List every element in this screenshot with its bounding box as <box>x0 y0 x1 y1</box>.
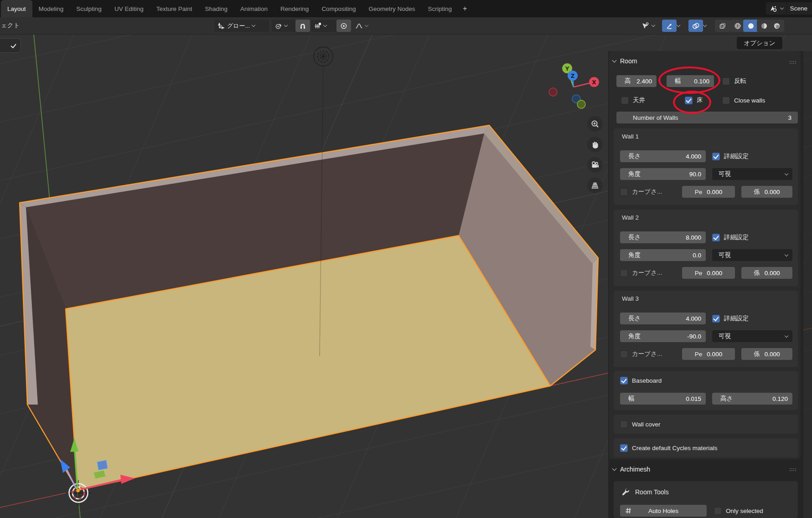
wall2-length-field[interactable]: 長さ 8.000 <box>620 231 706 243</box>
tab-shading[interactable]: Shading <box>198 0 234 17</box>
shading-rendered-button[interactable] <box>770 20 784 32</box>
wall1-pe-field[interactable]: Pe 0.000 <box>682 186 735 198</box>
wall-cover-checkbox[interactable] <box>620 421 628 428</box>
active-tool-button[interactable] <box>0 38 21 53</box>
snap-target-dropdown[interactable] <box>311 20 336 32</box>
add-workspace-button[interactable]: + <box>458 0 471 17</box>
wall3-length-field[interactable]: 長さ 4.000 <box>620 313 706 324</box>
tab-uv-editing[interactable]: UV Editing <box>108 0 150 17</box>
snap-toggle-button[interactable] <box>295 20 310 32</box>
close-walls-checkbox[interactable] <box>722 97 730 104</box>
wall1-factor-field[interactable]: 係 0.000 <box>741 186 792 198</box>
wall3-advanced-checkbox[interactable] <box>712 315 720 323</box>
create-materials-checkbox[interactable] <box>620 444 628 452</box>
dropdown-value: 可視 <box>719 251 731 259</box>
sidebar-scroll-gutter[interactable] <box>803 51 812 518</box>
mode-text-truncated[interactable]: ェクト <box>1 21 20 30</box>
camera-view-button[interactable] <box>587 157 603 173</box>
wall-cover-checkbox-row[interactable]: Wall cover <box>620 418 661 430</box>
only-selected-checkbox-row[interactable]: Only selected <box>714 505 763 517</box>
chevron-down-icon <box>365 23 368 27</box>
wall3-visibility-dropdown[interactable]: 可視 <box>712 330 792 342</box>
auto-holes-button[interactable]: Auto Holes <box>620 505 707 517</box>
proportional-editing-toggle[interactable] <box>336 20 351 32</box>
wall1-visibility-dropdown[interactable]: 可視 <box>712 168 792 180</box>
field-label: 係 <box>754 269 760 277</box>
gizmo-arrow-icon <box>666 22 673 30</box>
tab-texture-paint[interactable]: Texture Paint <box>150 0 199 17</box>
svg-text:Z: Z <box>571 73 575 79</box>
wall1-curve-checkbox-row[interactable]: カーブさ... <box>620 186 662 198</box>
divider <box>786 2 787 15</box>
room-panel-header[interactable]: Room <box>613 57 637 65</box>
baseboard-checkbox[interactable] <box>620 377 628 385</box>
checkbox-label: Only selected <box>726 508 763 514</box>
tab-rendering[interactable]: Rendering <box>274 0 315 17</box>
baseboard-width-field[interactable]: 幅 0.015 <box>620 393 706 405</box>
xray-toggle[interactable] <box>715 20 730 32</box>
zoom-button[interactable] <box>587 116 603 132</box>
gizmos-dropdown[interactable] <box>674 20 690 32</box>
ceiling-checkbox[interactable] <box>621 97 629 104</box>
wall1-length-field[interactable]: 長さ 4.000 <box>620 150 706 162</box>
grid-view-button[interactable] <box>587 178 603 193</box>
show-gizmo-dropdown[interactable] <box>638 20 665 32</box>
field-value: 0.015 <box>686 395 701 402</box>
gizmo-plane-blue[interactable] <box>97 460 108 470</box>
baseboard-section: Baseboard 幅 0.015 高さ 0.120 <box>614 371 798 410</box>
field-value: 0.000 <box>765 189 780 195</box>
tab-layout[interactable]: Layout <box>1 0 32 17</box>
archimesh-panel-header[interactable]: Archimesh <box>613 466 650 473</box>
flip-checkbox[interactable] <box>722 77 730 85</box>
tab-sculpting[interactable]: Sculpting <box>70 0 108 17</box>
only-selected-checkbox[interactable] <box>714 507 722 515</box>
wall2-curve-checkbox[interactable] <box>620 269 628 277</box>
wall2-angle-field[interactable]: 角度 0.0 <box>620 249 706 261</box>
wall2-pe-field[interactable]: Pe 0.000 <box>682 267 735 279</box>
pivot-point-dropdown[interactable] <box>272 20 298 32</box>
wall3-angle-field[interactable]: 角度 -90.0 <box>620 330 706 342</box>
room-height-field[interactable]: 高 2.400 <box>616 75 657 87</box>
baseboard-checkbox-row[interactable]: Baseboard <box>620 374 662 386</box>
tab-animation[interactable]: Animation <box>234 0 274 17</box>
panel-drag-grip[interactable] <box>790 61 797 65</box>
wall1-angle-field[interactable]: 角度 90.0 <box>620 168 706 180</box>
wall1-advanced-checkbox-row[interactable]: 詳細設定 <box>712 150 749 162</box>
hand-icon <box>590 140 600 149</box>
tab-modeling[interactable]: Modeling <box>32 0 70 17</box>
pan-button[interactable] <box>587 137 603 152</box>
tab-geometry-nodes[interactable]: Geometry Nodes <box>362 0 421 17</box>
proportional-falloff-dropdown[interactable] <box>352 20 377 32</box>
wall3-factor-field[interactable]: 係 0.000 <box>741 348 792 360</box>
wall3-pe-field[interactable]: Pe 0.000 <box>682 348 735 360</box>
options-button[interactable]: オプション <box>737 37 782 49</box>
baseboard-height-field[interactable]: 高さ 0.120 <box>712 393 792 405</box>
axis-ball-x-neg[interactable] <box>549 88 557 96</box>
wall2-curve-checkbox-row[interactable]: カーブさ... <box>620 267 662 279</box>
create-materials-checkbox-row[interactable]: Create default Cycles materials <box>620 442 718 454</box>
ceiling-checkbox-row[interactable]: 天井 <box>621 94 645 106</box>
wall1-advanced-checkbox[interactable] <box>712 153 720 160</box>
panel-drag-grip[interactable] <box>790 468 797 472</box>
wall2-visibility-dropdown[interactable]: 可視 <box>712 249 792 261</box>
overlays-dropdown[interactable] <box>700 20 717 32</box>
wall3-curve-checkbox[interactable] <box>620 350 628 358</box>
wall2-advanced-checkbox[interactable] <box>712 234 720 241</box>
transform-orientation-dropdown[interactable]: グロー... <box>214 20 269 32</box>
wall3-advanced-checkbox-row[interactable]: 詳細設定 <box>712 313 749 324</box>
checkbox-label: Create default Cycles materials <box>632 445 718 451</box>
wall3-curve-checkbox-row[interactable]: カーブさ... <box>620 348 662 360</box>
close-walls-checkbox-row[interactable]: Close walls <box>722 94 765 106</box>
shading-solid-button[interactable] <box>743 20 759 32</box>
wall1-curve-checkbox[interactable] <box>620 188 628 196</box>
tab-compositing[interactable]: Compositing <box>315 0 362 17</box>
tab-scripting[interactable]: Scripting <box>421 0 458 17</box>
button-label: Auto Holes <box>648 508 678 514</box>
axis-ball-y-neg[interactable] <box>577 100 585 108</box>
wall2-advanced-checkbox-row[interactable]: 詳細設定 <box>712 231 749 243</box>
flip-checkbox-row[interactable]: 反転 <box>722 75 746 87</box>
wall-1-section: Wall 1 長さ 4.000 詳細設定 角度 90.0 可視 カーブさ... … <box>614 128 798 205</box>
wall2-factor-field[interactable]: 係 0.000 <box>741 267 792 279</box>
scene-selector[interactable]: Scene <box>766 2 812 15</box>
number-of-walls-field[interactable]: Number of Walls 3 <box>616 112 798 123</box>
